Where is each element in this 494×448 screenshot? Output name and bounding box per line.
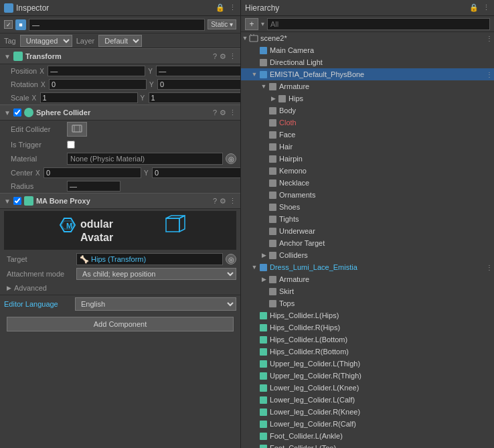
hier-arrow-colliders[interactable]: ▶ <box>260 252 268 258</box>
scene-more-icon[interactable]: ⋮ <box>486 35 493 42</box>
scale-x-input[interactable] <box>40 92 138 103</box>
hier-arrow-armature-2[interactable]: ▶ <box>260 276 268 283</box>
hier-item-skirt[interactable]: Skirt <box>241 285 494 297</box>
hier-cube-face <box>268 130 277 139</box>
hier-item-tops[interactable]: Tops <box>241 297 494 309</box>
hierarchy-search-input[interactable] <box>267 18 490 30</box>
hier-item-hair[interactable]: Hair <box>241 141 494 153</box>
layer-dropdown[interactable]: Default <box>98 35 142 47</box>
collider-arrow[interactable]: ▼ <box>4 109 11 117</box>
hier-item-necklace[interactable]: Necklace <box>241 177 494 189</box>
hierarchy-menu-icon[interactable]: ⋮ <box>483 3 490 12</box>
hier-cube-ornaments <box>268 190 277 200</box>
center-y-input[interactable] <box>152 167 240 178</box>
hier-item-colliders[interactable]: ▶Colliders <box>241 249 494 261</box>
radius-input[interactable] <box>67 181 120 192</box>
is-trigger-checkbox[interactable] <box>67 141 75 149</box>
scale-row: Scale X Y Z <box>0 91 240 104</box>
hier-item-lower-leg-r-knee[interactable]: Lower_leg_Colider.R(Knee) <box>241 406 494 418</box>
hierarchy-add-button[interactable]: + <box>245 18 258 30</box>
hier-item-cloth[interactable]: Cloth <box>241 117 494 129</box>
rotation-y-input[interactable] <box>157 79 240 90</box>
hier-item-armature-2[interactable]: ▶Armature <box>241 273 494 285</box>
target-picker-button[interactable]: ◎ <box>226 254 236 265</box>
transform-arrow[interactable]: ▼ <box>4 53 11 60</box>
hier-item-tights[interactable]: Tights <box>241 213 494 225</box>
collider-help-icon[interactable]: ? <box>213 108 217 117</box>
collider-menu-icon[interactable]: ⋮ <box>229 108 236 117</box>
editor-language-dropdown[interactable]: English <box>75 297 236 311</box>
position-y-input[interactable] <box>156 66 240 76</box>
hier-item-upper-leg-l-thigh[interactable]: Upper_leg_Colider.L(Thigh) <box>241 358 494 370</box>
lock-icon[interactable]: 🔒 <box>216 3 225 12</box>
transform-settings-icon[interactable]: ⚙ <box>220 52 226 61</box>
hier-arrow-dress-lumi[interactable]: ▼ <box>250 264 258 271</box>
rotation-x-input[interactable] <box>49 79 147 90</box>
scene-row[interactable]: ▼ scene2* ⋮ <box>241 32 494 44</box>
hier-item-lower-leg-l-calf[interactable]: Lower_leg_Colider.L(Calf) <box>241 394 494 406</box>
object-enabled-checkbox[interactable]: ✓ <box>4 20 13 29</box>
ma-settings-icon[interactable]: ⚙ <box>220 197 226 206</box>
hier-item-directional-light[interactable]: Directional Light <box>241 56 494 68</box>
hier-item-underwear[interactable]: Underwear <box>241 225 494 237</box>
hier-arrow-hips[interactable]: ▶ <box>269 95 277 102</box>
hier-item-armature-1[interactable]: ▼Armature <box>241 80 494 92</box>
add-component-button[interactable]: Add Component <box>7 317 234 331</box>
hier-item-hips-collider-l-hips[interactable]: Hips_Collider.L(Hips) <box>241 309 494 321</box>
hier-item-emistia-physbone[interactable]: ▼EMISTIA_Default_PhysBone⋮ <box>241 68 494 80</box>
center-x-input[interactable] <box>44 167 141 178</box>
hier-item-shoes[interactable]: Shoes <box>241 201 494 213</box>
hier-item-upper-leg-r-thigh[interactable]: Upper_leg_Colider.R(Thigh) <box>241 370 494 382</box>
transform-menu-icon[interactable]: ⋮ <box>229 52 236 61</box>
position-x-input[interactable] <box>48 66 145 76</box>
ma-help-icon[interactable]: ? <box>213 197 217 206</box>
inspector-header-left: Inspector <box>4 3 49 13</box>
target-row: Target ◎ <box>0 252 240 267</box>
hier-item-foot-collider-l-ankle[interactable]: Foot_Collider.L(Ankle) <box>241 430 494 442</box>
edit-collider-button[interactable] <box>67 122 87 137</box>
collider-settings-icon[interactable]: ⚙ <box>220 108 226 117</box>
hier-item-hairpin[interactable]: Hairpin <box>241 153 494 165</box>
attachment-dropdown[interactable]: As child; keep position <box>76 268 236 280</box>
hier-item-dress-lumi[interactable]: ▼Dress_Lumi_Lace_Emistia⋮ <box>241 261 494 273</box>
hier-item-lower-leg-r-calf[interactable]: Lower_leg_Colider.R(Calf) <box>241 418 494 430</box>
hier-item-kemono[interactable]: Kemono <box>241 165 494 177</box>
hierarchy-lock-icon[interactable]: 🔒 <box>469 3 479 12</box>
hier-cube-tops <box>268 299 277 308</box>
hier-more-emistia-physbone[interactable]: ⋮ <box>486 71 493 78</box>
hier-item-foot-collider-l-toe[interactable]: Foot_Collider.L(Toe) <box>241 442 494 448</box>
hier-item-anchor-target[interactable]: Anchor Target <box>241 237 494 249</box>
transform-help-icon[interactable]: ? <box>213 52 217 61</box>
scale-y-input[interactable] <box>149 92 240 103</box>
hier-item-ornaments[interactable]: Ornaments <box>241 189 494 201</box>
ma-enabled-checkbox[interactable] <box>13 197 21 205</box>
hier-label-armature-1: Armature <box>279 82 309 90</box>
hier-item-hips-collider-r-hips[interactable]: Hips_Collider.R(Hips) <box>241 321 494 333</box>
hier-item-hips[interactable]: ▶Hips <box>241 92 494 104</box>
hier-item-lower-leg-l-knee[interactable]: Lower_leg_Colider.L(Knee) <box>241 382 494 394</box>
advanced-row[interactable]: ▶ Advanced <box>0 281 240 295</box>
rotation-label: Rotation <box>11 80 38 88</box>
hier-arrow-emistia-physbone[interactable]: ▼ <box>250 71 258 78</box>
collider-enabled-checkbox[interactable] <box>13 108 21 117</box>
ma-arrow[interactable]: ▼ <box>4 198 11 205</box>
hier-item-face[interactable]: Face <box>241 129 494 141</box>
hier-item-hips-collider-r-bottom[interactable]: Hips_Collider.R(Bottom) <box>241 346 494 358</box>
target-input[interactable] <box>76 253 223 265</box>
tag-label: Tag <box>4 37 16 45</box>
hier-item-main-camera[interactable]: Main Camera <box>241 44 494 56</box>
hier-more-dress-lumi[interactable]: ⋮ <box>486 264 493 271</box>
material-picker-button[interactable]: ◎ <box>226 153 236 164</box>
inspector-menu-icon[interactable]: ⋮ <box>229 3 236 12</box>
hier-label-face: Face <box>279 131 295 139</box>
cube-shape-directional-light <box>260 59 267 66</box>
ma-menu-icon[interactable]: ⋮ <box>229 197 236 206</box>
hier-item-hips-collider-l-bottom[interactable]: Hips_Collider.L(Bottom) <box>241 333 494 346</box>
hier-item-body[interactable]: Body <box>241 104 494 117</box>
object-name-input[interactable] <box>29 19 205 31</box>
cube-shape-main-camera <box>260 47 267 54</box>
tag-dropdown[interactable]: Untagged <box>20 35 72 47</box>
static-button[interactable]: Static ▾ <box>208 19 236 29</box>
hier-arrow-armature-1[interactable]: ▼ <box>260 83 268 90</box>
material-input[interactable] <box>67 153 223 165</box>
